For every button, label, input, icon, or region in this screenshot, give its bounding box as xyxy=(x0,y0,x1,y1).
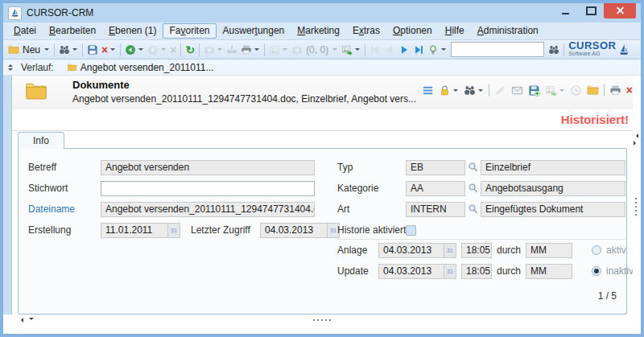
print-button[interactable] xyxy=(239,42,262,58)
circle-right-icon xyxy=(147,44,159,55)
dateiname-link[interactable]: Dateiname xyxy=(28,202,75,217)
pencil-icon xyxy=(494,84,506,97)
typ-lookup-button[interactable] xyxy=(468,162,479,173)
save-as-new-button[interactable] xyxy=(526,82,543,98)
dropdown-arrow-icon xyxy=(161,48,166,53)
historie-label: Historie aktiviert xyxy=(337,223,406,238)
quick-search-input[interactable] xyxy=(451,42,544,57)
mail-button[interactable] xyxy=(509,82,526,98)
delete-button[interactable]: × xyxy=(100,42,118,58)
neu-button[interactable]: Neu xyxy=(6,42,52,58)
radio-inaktiv-label: inaktiv xyxy=(606,265,634,280)
record-title: Dokumente xyxy=(72,79,130,91)
toolbar-separator xyxy=(199,43,200,56)
app-logo-icon xyxy=(8,6,22,20)
verlauf-item[interactable]: Angebot versenden_2011011... xyxy=(67,62,214,73)
menu-item-bearbeiten[interactable]: Bearbeiten xyxy=(43,23,102,39)
search-go-button[interactable] xyxy=(547,42,561,58)
kategorie-lookup-button[interactable] xyxy=(468,183,479,194)
horizontal-splitter-handle[interactable] xyxy=(313,319,331,321)
menu-item-optionen[interactable]: Optionen xyxy=(386,23,439,39)
menu-item-extras[interactable]: Extras xyxy=(346,23,386,39)
typ-desc-field: Einzelbrief xyxy=(481,160,625,175)
update-user-field: MM xyxy=(526,264,572,279)
dateiname-field: Angebot versenden_20110111_1294747731404… xyxy=(101,202,315,217)
listbars-icon xyxy=(422,84,434,97)
close-button[interactable] xyxy=(604,3,636,18)
picture-export-icon xyxy=(341,44,353,55)
calendar-button[interactable]: 31 xyxy=(444,264,456,279)
menu-item-hilfe[interactable]: Hilfe xyxy=(439,23,471,39)
delete-x-icon: × xyxy=(101,44,108,55)
calendar-button[interactable]: 31 xyxy=(168,223,180,238)
toolbar-separator xyxy=(264,43,265,56)
verlauf-label: Verlauf: xyxy=(21,62,54,73)
menu-item-ebenen-1[interactable]: Ebenen (1) xyxy=(102,23,163,39)
vertical-splitter-handle[interactable] xyxy=(635,198,637,216)
forward-button xyxy=(146,42,168,58)
letzter-zugriff-datefield: 04.03.2013 31 xyxy=(260,223,340,238)
nav-last-button[interactable] xyxy=(411,42,426,58)
toolbar-separator xyxy=(564,43,564,56)
toolbar-separator xyxy=(54,43,55,56)
save-button[interactable] xyxy=(85,42,100,58)
anlage-date: 04.03.2013 xyxy=(378,243,444,258)
delete-x-icon: × xyxy=(626,84,633,96)
lock-icon xyxy=(439,84,451,97)
left-collapsed-panel[interactable] xyxy=(3,76,12,314)
anlage-durch-label: durch xyxy=(497,243,521,258)
update-time-field: 18:05 xyxy=(461,264,492,279)
binoculars-icon xyxy=(548,44,559,55)
betreff-field: Angebot versenden xyxy=(101,160,315,175)
refresh-button[interactable]: ↻ xyxy=(184,42,196,58)
open-document-button[interactable] xyxy=(584,82,601,98)
right-collapse-handles[interactable] xyxy=(634,134,638,146)
calendar-button[interactable]: 31 xyxy=(444,243,456,258)
toolbar-separator xyxy=(489,84,489,97)
art-desc-field: Eingefügtes Dokument xyxy=(481,202,625,217)
menu-item-auswertungen[interactable]: Auswertungen xyxy=(217,23,291,39)
erstellung-value: 11.01.2011 xyxy=(101,223,168,238)
minimize-button[interactable] xyxy=(552,3,578,18)
tab-info[interactable]: Info xyxy=(18,132,64,149)
folder-icon xyxy=(587,84,599,97)
record-toolbar: × xyxy=(419,82,635,98)
collapse-handles[interactable] xyxy=(19,318,34,323)
camera-icon xyxy=(291,44,303,55)
anlage-time-field: 18:05 xyxy=(461,243,492,258)
record-print-button[interactable] xyxy=(607,82,624,98)
stichwort-input[interactable] xyxy=(101,181,315,196)
record-search-button[interactable] xyxy=(461,82,486,98)
export-button[interactable] xyxy=(340,42,362,58)
menu-item-administration[interactable]: Administration xyxy=(471,23,545,39)
dropdown-arrow-icon xyxy=(355,48,360,53)
folder-icon xyxy=(8,44,19,55)
record-export-button xyxy=(543,82,568,98)
anlage-user-field: MM xyxy=(526,243,572,258)
update-label: Update xyxy=(337,264,369,279)
lamp-button[interactable] xyxy=(426,42,448,58)
lock-button[interactable] xyxy=(436,82,461,98)
splitter-handle-icon[interactable] xyxy=(8,62,13,73)
menu-item-favoriten[interactable]: Favoriten xyxy=(163,23,216,39)
dropdown-arrow-icon xyxy=(110,48,115,53)
maximize-button[interactable] xyxy=(578,3,604,18)
toolbar-separator xyxy=(365,43,365,56)
nav-next-button[interactable] xyxy=(397,42,411,58)
search-button[interactable] xyxy=(57,42,80,58)
picture-export-icon xyxy=(545,84,557,97)
kategorie-desc-field: Angebotsausgang xyxy=(481,181,625,196)
back-button[interactable] xyxy=(123,42,146,58)
art-lookup-button[interactable] xyxy=(468,203,479,215)
right-splitter xyxy=(633,76,641,314)
status-badge: Historisiert! xyxy=(561,113,629,126)
printer-icon xyxy=(241,44,252,55)
menu-item-marketing[interactable]: Marketing xyxy=(291,23,346,39)
list-view-button[interactable] xyxy=(419,82,436,98)
floppy-plus-icon xyxy=(528,84,540,97)
clock-icon xyxy=(570,84,582,97)
dropdown-arrow-icon xyxy=(217,48,222,53)
menu-item-datei[interactable]: Datei xyxy=(7,23,43,39)
update-durch-label: durch xyxy=(497,264,521,279)
nav-first-button xyxy=(368,42,382,58)
